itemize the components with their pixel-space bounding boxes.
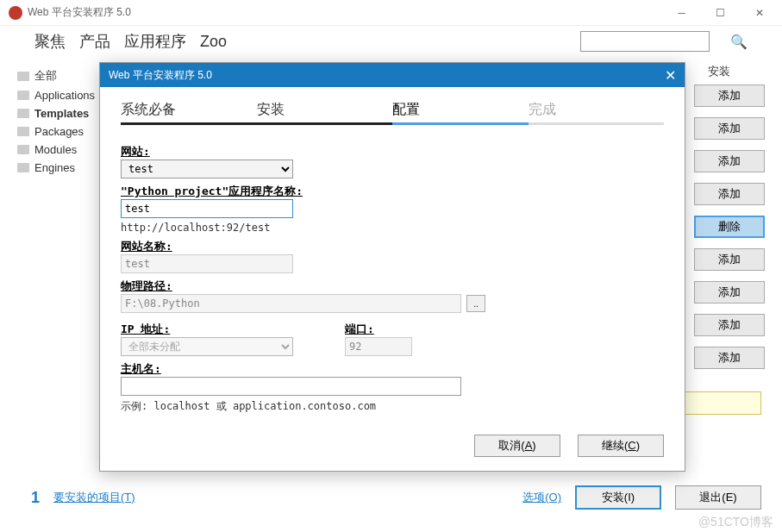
bottom-bar: 1 要安装的项目(T) 选项(O) 安装(I) 退出(E): [0, 480, 782, 515]
step-config: 配置: [392, 101, 529, 125]
add-button[interactable]: 添加: [694, 84, 765, 107]
path-input[interactable]: [121, 294, 461, 313]
browse-button[interactable]: ..: [466, 295, 485, 312]
add-button[interactable]: 添加: [694, 117, 765, 140]
config-form: 网站: test "Python project"应用程序名称: http://…: [100, 132, 685, 424]
ip-select[interactable]: 全部未分配: [121, 337, 293, 356]
sitename-label: 网站名称:: [121, 239, 664, 254]
port-label: 端口:: [345, 322, 412, 337]
add-button[interactable]: 添加: [694, 248, 765, 271]
sidebar-item-label: 全部: [34, 68, 57, 84]
install-count: 1: [31, 489, 40, 507]
folder-icon: [17, 109, 29, 118]
folder-icon: [17, 72, 29, 81]
sitename-input[interactable]: [121, 254, 293, 273]
sidebar-item-label: Templates: [34, 107, 89, 120]
tab-applications[interactable]: 应用程序: [124, 31, 186, 52]
window-title: Web 平台安装程序 5.0: [28, 5, 662, 20]
delete-button[interactable]: 删除: [694, 216, 765, 238]
folder-icon: [17, 145, 29, 154]
maximize-button[interactable]: ☐: [701, 0, 740, 26]
add-button[interactable]: 添加: [694, 183, 765, 205]
titlebar: Web 平台安装程序 5.0 ─ ☐ ✕: [0, 0, 782, 26]
dialog-title: Web 平台安装程序 5.0: [109, 68, 212, 83]
sidebar-item-engines[interactable]: Engines: [17, 159, 99, 177]
minimize-button[interactable]: ─: [662, 0, 701, 26]
site-label: 网站:: [121, 144, 664, 160]
sidebar-item-modules[interactable]: Modules: [17, 141, 99, 159]
tab-zoo[interactable]: Zoo: [200, 33, 227, 51]
config-dialog: Web 平台安装程序 5.0 ✕ 系统必备 安装 配置 完成 网站: test …: [99, 62, 685, 472]
path-label: 物理路径:: [121, 279, 664, 294]
search-input[interactable]: [580, 31, 710, 52]
ip-label: IP 地址:: [121, 322, 293, 337]
app-icon: [9, 6, 22, 20]
sidebar-item-label: Applications: [34, 89, 95, 102]
step-finish: 完成: [529, 101, 665, 125]
install-button[interactable]: 安装(I): [575, 485, 661, 510]
url-preview: http://localhost:92/test: [121, 222, 664, 234]
cancel-button[interactable]: 取消(A): [474, 435, 560, 457]
host-label: 主机名:: [121, 361, 664, 377]
sidebar-item-label: Packages: [34, 125, 84, 138]
sidebar-item-all[interactable]: 全部: [17, 66, 99, 86]
host-input[interactable]: [121, 377, 461, 396]
sidebar: 全部 Applications Templates Packages Modul…: [0, 57, 99, 381]
dialog-titlebar: Web 平台安装程序 5.0 ✕: [100, 63, 685, 87]
add-button[interactable]: 添加: [694, 347, 765, 369]
exit-button[interactable]: 退出(E): [675, 485, 761, 510]
appname-label: "Python project"应用程序名称:: [121, 184, 664, 199]
host-example: 示例: localhost 或 application.contoso.com: [121, 399, 664, 414]
tab-focus[interactable]: 聚焦: [34, 31, 66, 52]
dialog-close-icon[interactable]: ✕: [665, 67, 676, 84]
add-button[interactable]: 添加: [694, 281, 765, 304]
step-prereq: 系统必备: [121, 101, 257, 125]
tab-products[interactable]: 产品: [79, 31, 110, 52]
options-link[interactable]: 选项(O): [522, 490, 561, 505]
watermark: @51CTO博客: [698, 515, 773, 530]
sidebar-item-templates[interactable]: Templates: [17, 104, 99, 122]
close-button[interactable]: ✕: [740, 0, 779, 26]
wizard-steps: 系统必备 安装 配置 完成: [100, 87, 685, 132]
folder-icon: [17, 127, 29, 136]
add-button[interactable]: 添加: [694, 314, 765, 336]
items-to-install-link[interactable]: 要安装的项目(T): [53, 490, 135, 505]
continue-button[interactable]: 继续(C): [578, 435, 664, 457]
sidebar-item-label: Modules: [34, 143, 77, 156]
search-icon[interactable]: 🔍: [730, 34, 748, 50]
sidebar-item-applications[interactable]: Applications: [17, 86, 99, 104]
sidebar-item-packages[interactable]: Packages: [17, 122, 99, 141]
site-select[interactable]: test: [121, 160, 293, 178]
folder-icon: [17, 91, 29, 100]
top-nav: 聚焦 产品 应用程序 Zoo 🔍: [0, 26, 782, 57]
add-button[interactable]: 添加: [694, 150, 765, 172]
step-install: 安装: [257, 101, 393, 125]
appname-input[interactable]: [121, 199, 293, 218]
folder-icon: [17, 163, 29, 172]
sidebar-item-label: Engines: [34, 161, 75, 174]
port-input[interactable]: [345, 337, 412, 356]
